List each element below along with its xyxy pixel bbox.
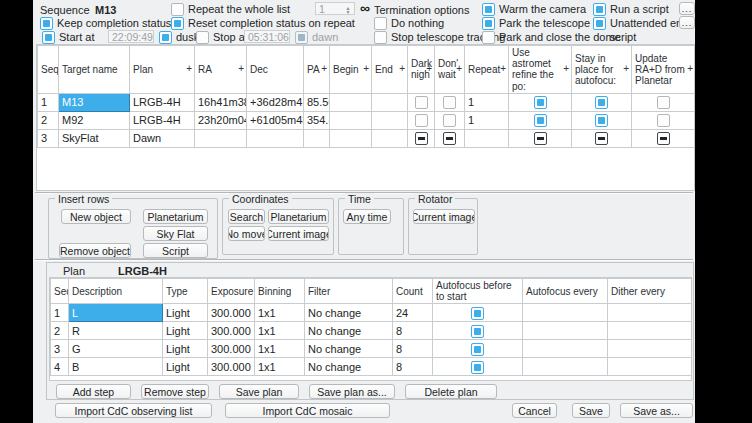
col-pa[interactable]: PA+ [304,46,330,94]
cell[interactable]: G [69,340,163,358]
cell[interactable] [330,111,372,129]
cell[interactable]: 3 [38,129,59,147]
save-as-button[interactable]: Save as... [620,403,693,418]
park-dome-checkbox[interactable] [482,31,495,44]
keep-completion-checkbox[interactable] [40,17,53,30]
spinner-arrows-icon[interactable]: ▲▼ [344,3,352,16]
dusk-checkbox[interactable] [159,31,172,44]
cell[interactable] [372,111,408,129]
import-cdc-mosaic-button[interactable]: Import CdC mosaic [225,403,390,418]
coords-no-move-button[interactable]: No move [228,226,265,241]
sort-plus-icon[interactable]: + [186,63,192,74]
col-end[interactable]: End+ [372,46,408,94]
cell[interactable]: 85.50 [304,93,330,111]
coords-current-image-button[interactable]: Current image [268,226,329,241]
col-exposure[interactable]: Exposure [208,279,255,304]
reset-completion-option[interactable]: Reset completion status on repeat [171,16,355,30]
run-script-browse-button[interactable]: ... [679,2,695,15]
dusk-option[interactable]: dusk [159,30,199,44]
sort-plus-icon[interactable]: + [456,63,462,74]
cell[interactable]: 24 [393,304,433,322]
cell[interactable] [465,129,509,147]
col-target-name[interactable]: Target name [59,46,130,94]
do-nothing-checkbox[interactable] [374,17,387,30]
cell[interactable] [523,340,608,358]
stop-tracking-checkbox[interactable] [374,31,387,44]
unattended-error-browse-button[interactable]: ... [679,16,695,29]
cell[interactable]: 1 [38,93,59,111]
cell[interactable]: 1x1 [255,340,305,358]
checkbox[interactable] [471,307,484,320]
cancel-button[interactable]: Cancel [512,403,557,418]
stop-at-checkbox[interactable] [196,31,209,44]
cell[interactable]: +36d28m41s [247,93,304,111]
cell[interactable] [330,129,372,147]
stop-time-field[interactable]: 05:31:06 [244,30,290,43]
cell[interactable]: M92 [59,111,130,129]
col-update-radec[interactable]: Update RA+D from Planetar+ [632,46,696,94]
save-plan-button[interactable]: Save plan [219,384,299,399]
cell[interactable] [372,129,408,147]
run-script-option[interactable]: Run a script [593,2,669,16]
cell[interactable]: 8 [393,322,433,340]
park-dome-option[interactable]: Park and close the dome [482,30,621,44]
cell[interactable]: 3 [51,340,69,358]
sort-plus-icon[interactable]: + [399,63,405,74]
cell[interactable]: +61d05m43s [247,111,304,129]
cell[interactable] [608,358,693,376]
save-plan-as-button[interactable]: Save plan as... [309,384,395,399]
remove-object-button[interactable]: Remove object [59,243,131,258]
col-type[interactable]: Type [163,279,208,304]
cell[interactable] [523,304,608,322]
any-time-button[interactable]: Any time [343,209,391,224]
cell[interactable]: LRGB-4H [130,93,195,111]
cell[interactable] [195,129,247,147]
cell[interactable] [608,304,693,322]
cell[interactable]: 4 [51,358,69,376]
cell[interactable] [608,340,693,358]
checkbox[interactable] [657,96,670,109]
cell[interactable]: 1x1 [255,358,305,376]
save-button[interactable]: Save [572,403,610,418]
cell[interactable]: Light [163,340,208,358]
col-astrometry[interactable]: Use astromet refine the po:+ [509,46,572,94]
repeat-whole-list-option[interactable]: Repeat the whole list [171,2,290,16]
checkbox[interactable] [595,96,608,109]
cell[interactable]: Light [163,304,208,322]
reset-completion-checkbox[interactable] [171,17,184,30]
col-plan-seq[interactable]: Seq [51,279,69,304]
col-dont-wait[interactable]: Don' wait+ [435,46,465,94]
cell[interactable]: 1 [465,111,509,129]
park-telescope-checkbox[interactable] [482,17,495,30]
cell[interactable] [608,322,693,340]
cell[interactable]: 23h20m04s [195,111,247,129]
col-plan[interactable]: Plan+ [130,46,195,94]
repeat-whole-list-checkbox[interactable] [171,3,184,16]
unattended-error-checkbox[interactable] [593,17,606,30]
cell[interactable] [247,129,304,147]
checkbox[interactable] [443,132,456,145]
checkbox[interactable] [471,343,484,356]
col-seq[interactable]: Seq [38,46,59,94]
checkbox[interactable] [657,132,670,145]
cell[interactable]: Dawn [130,129,195,147]
checkbox[interactable] [657,114,670,127]
sort-plus-icon[interactable]: + [238,63,244,74]
rotator-current-image-button[interactable]: Current image [413,209,475,224]
new-object-button[interactable]: New object [61,209,131,224]
cell[interactable]: 300.000 [208,340,255,358]
cell[interactable]: Light [163,358,208,376]
col-autofocus-before[interactable]: Autofocus before to start [433,279,523,304]
cell[interactable]: 300.000 [208,304,255,322]
col-description[interactable]: Description [69,279,163,304]
cell[interactable] [523,322,608,340]
sort-plus-icon[interactable]: + [687,63,693,74]
cell[interactable]: 1x1 [255,304,305,322]
cell[interactable]: 2 [38,111,59,129]
col-count[interactable]: Count [393,279,433,304]
sort-plus-icon[interactable]: + [363,63,369,74]
cell[interactable] [372,93,408,111]
script-button[interactable]: Script [143,243,208,258]
delete-plan-button[interactable]: Delete plan [405,384,497,399]
stop-at-option[interactable]: Stop at [196,30,248,44]
